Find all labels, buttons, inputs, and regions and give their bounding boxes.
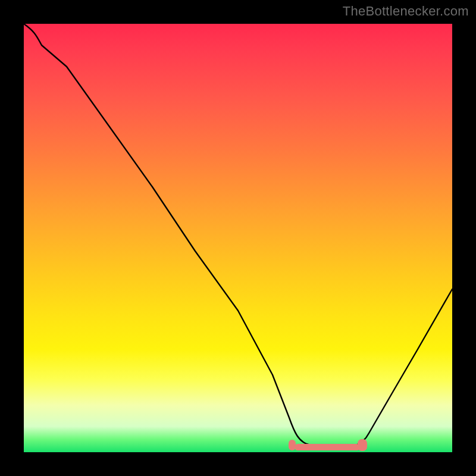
watermark-text: TheBottlenecker.com [343, 4, 469, 19]
curve-path [24, 24, 452, 448]
highlight-segment [358, 439, 367, 451]
chart-stage: TheBottlenecker.com [0, 0, 476, 476]
curve-svg [24, 24, 452, 452]
plot-area [24, 24, 452, 452]
highlight-segment [295, 444, 360, 450]
